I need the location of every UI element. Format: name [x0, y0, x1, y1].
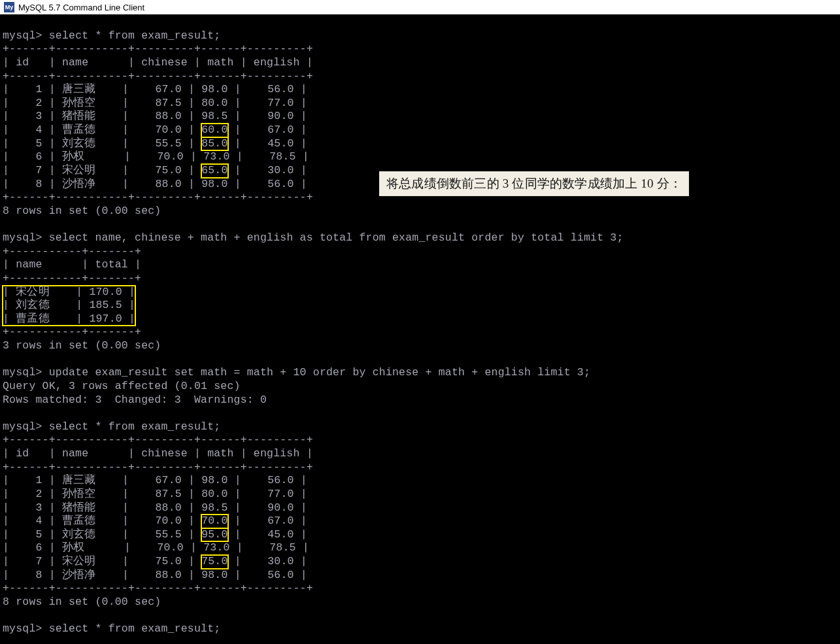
blank-line: [3, 407, 9, 419]
cell-chinese: | 55.5 |: [116, 528, 201, 541]
sql-command: select name, chinese + math + english as…: [49, 231, 624, 244]
cell-english: | 56.0 |: [228, 474, 307, 486]
table-sep: +------+-----------+---------+------+---…: [3, 461, 313, 473]
cell-chinese: | 88.0 |: [116, 569, 201, 581]
cell-name: 宋公明: [62, 555, 116, 568]
terminal-area[interactable]: mysql> select * from exam_result;+------…: [0, 14, 840, 644]
table-row: | 6 | 孙权 | 70.0 | 73.0 | 78.5 |: [3, 541, 837, 555]
cell-chinese: | 70.0 |: [116, 515, 201, 527]
table-sep: +------+-----------+---------+------+---…: [3, 433, 313, 446]
cell-english: | 56.0 |: [228, 178, 307, 190]
cell-chinese: | 87.5 |: [116, 488, 201, 500]
cell-chinese: | 70.0 |: [118, 541, 203, 554]
table-sep: +------+-----------+---------+------+---…: [3, 191, 313, 203]
cell-name: 沙悟净: [62, 178, 116, 190]
cell-name: 宋公明: [62, 164, 116, 177]
table-row: | 宋公明 | 170.0 |: [3, 286, 135, 299]
cell-english: | 45.0 |: [228, 528, 307, 541]
cell: | 宋公明 | 170.0 |: [3, 286, 135, 298]
cell-english: | 90.0 |: [228, 501, 307, 514]
sql-command: update exam_result set math = math + 10 …: [49, 366, 590, 379]
rows-in-set: 8 rows in set (0.00 sec): [3, 596, 161, 608]
sql-command: select * from exam_result;: [49, 29, 221, 42]
cell-chinese: | 88.0 |: [116, 501, 201, 514]
table-row: | 1 | 唐三藏 | 67.0 | 98.0 | 56.0 |: [3, 474, 837, 488]
cell-math: 80.0: [201, 488, 227, 500]
cell-math: 98.5: [201, 110, 227, 122]
cell-name: 猪悟能: [62, 501, 116, 514]
cell-english: | 56.0 |: [228, 569, 307, 581]
cell-math: 85.0: [201, 137, 227, 151]
cell-name: 孙权: [62, 150, 118, 163]
cell-name: 刘玄德: [62, 528, 116, 541]
cell-math: 73.0: [203, 150, 229, 163]
cell-chinese: | 75.0 |: [116, 164, 201, 177]
rows-in-set: 8 rows in set (0.00 sec): [3, 205, 161, 217]
cell-id: | 7 |: [3, 555, 62, 568]
cell-name: 猪悟能: [62, 110, 116, 122]
cell-id: | 4 |: [3, 124, 62, 136]
cell-math: 60.0: [201, 124, 227, 137]
window-title: MySQL 5.7 Command Line Client: [18, 3, 144, 12]
table-row: | 8 | 沙悟净 | 88.0 | 98.0 | 56.0 |: [3, 569, 837, 583]
cell-id: | 8 |: [3, 569, 62, 581]
cell-english: | 77.0 |: [228, 97, 307, 109]
cell-chinese: | 88.0 |: [116, 110, 201, 122]
cell-id: | 2 |: [3, 97, 62, 109]
table-sep: +-----------+-------+: [3, 326, 141, 338]
blank-line: [3, 218, 9, 230]
cell-english: | 78.5 |: [230, 541, 309, 554]
table-header: | id | name | chinese | math | english |: [3, 56, 313, 69]
table-header: | id | name | chinese | math | english |: [3, 447, 313, 460]
cell-id: | 6 |: [3, 541, 62, 554]
cell-id: | 5 |: [3, 528, 62, 541]
cell: | 刘玄德 | 185.5 |: [3, 299, 135, 311]
cell-name: 曹孟德: [62, 515, 116, 527]
table-sep: +-----------+-------+: [3, 245, 141, 258]
cell-id: | 3 |: [3, 501, 62, 514]
cell-name: 唐三藏: [62, 474, 116, 486]
cell-name: 孙悟空: [62, 488, 116, 500]
cell-english: | 90.0 |: [228, 110, 307, 122]
table-row: | 7 | 宋公明 | 75.0 | 75.0 | 30.0 |: [3, 555, 837, 569]
cell-name: 孙悟空: [62, 97, 116, 109]
cell-chinese: | 88.0 |: [116, 178, 201, 190]
cell-id: | 1 |: [3, 83, 62, 95]
cell-name: 孙权: [62, 541, 118, 554]
cell-math: 98.0: [201, 569, 227, 581]
cell-id: | 4 |: [3, 515, 62, 527]
mysql-prompt: mysql>: [3, 29, 49, 42]
table-row: | 3 | 猪悟能 | 88.0 | 98.5 | 90.0 |: [3, 501, 837, 515]
table-row: | 5 | 刘玄德 | 55.5 | 95.0 | 45.0 |: [3, 528, 837, 542]
cell-math: 80.0: [201, 97, 227, 109]
table-row: | 3 | 猪悟能 | 88.0 | 98.5 | 90.0 |: [3, 110, 837, 124]
cell-id: | 2 |: [3, 488, 62, 500]
table-row: | 刘玄德 | 185.5 |: [3, 299, 135, 313]
sql-command: select * from exam_result;: [49, 420, 221, 433]
cell-id: | 7 |: [3, 164, 62, 177]
title-bar: My MySQL 5.7 Command Line Client: [0, 0, 840, 14]
table-row: | 2 | 孙悟空 | 87.5 | 80.0 | 77.0 |: [3, 488, 837, 501]
cell-name: 唐三藏: [62, 83, 116, 95]
cell-id: | 5 |: [3, 137, 62, 150]
cell-english: | 78.5 |: [230, 150, 309, 163]
cell-chinese: | 55.5 |: [116, 137, 201, 150]
cell-id: | 6 |: [3, 150, 62, 163]
cell-chinese: | 67.0 |: [116, 474, 201, 486]
cell-name: 曹孟德: [62, 124, 116, 136]
table-sep: +------+-----------+---------+------+---…: [3, 70, 313, 82]
cell-name: 沙悟净: [62, 569, 116, 581]
mysql-prompt: mysql>: [3, 366, 49, 379]
cell-math: 75.0: [201, 555, 227, 569]
table-row: | 4 | 曹孟德 | 70.0 | 70.0 | 67.0 |: [3, 515, 837, 528]
cell-math: 98.5: [201, 501, 227, 514]
table-sep: +------+-----------+---------+------+---…: [3, 42, 313, 55]
table-row: | 4 | 曹孟德 | 70.0 | 60.0 | 67.0 |: [3, 124, 837, 137]
cell-english: | 67.0 |: [228, 124, 307, 136]
cell-id: | 1 |: [3, 474, 62, 486]
cell-math: 98.0: [201, 83, 227, 95]
cell-english: | 77.0 |: [228, 488, 307, 500]
rows-matched: Rows matched: 3 Changed: 3 Warnings: 0: [3, 394, 267, 406]
cell-math: 73.0: [203, 541, 229, 554]
table-header: | name | total |: [3, 258, 141, 271]
